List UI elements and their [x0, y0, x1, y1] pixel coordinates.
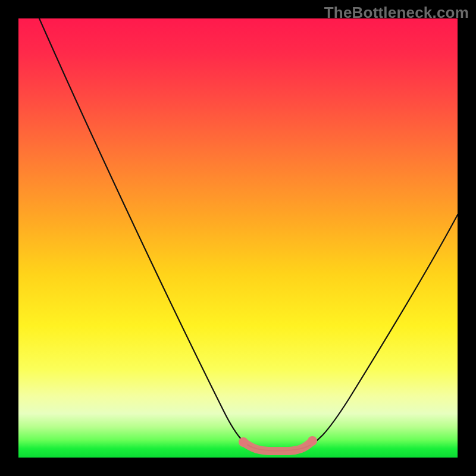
optimal-zone-highlight [243, 442, 311, 451]
plot-area [18, 18, 458, 458]
chart-frame: TheBottleneck.com [0, 0, 476, 476]
curve-left-branch [39, 18, 256, 449]
curve-right-branch [301, 215, 458, 449]
curves-svg [18, 18, 458, 458]
watermark-text: TheBottleneck.com [324, 4, 469, 22]
optimal-zone-cap-left [239, 437, 248, 447]
optimal-zone-cap-right [308, 436, 317, 446]
